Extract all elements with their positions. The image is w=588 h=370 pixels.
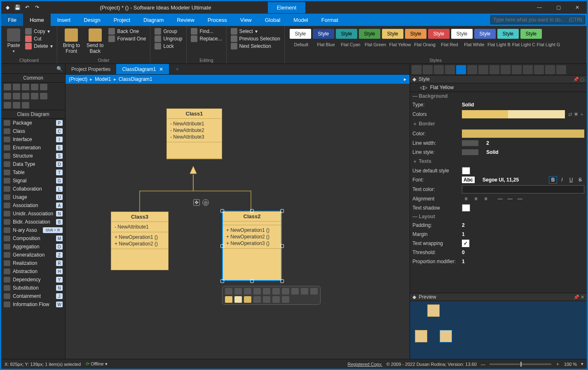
menu-insert[interactable]: Insert	[51, 14, 77, 26]
maximize-button[interactable]: ▢	[549, 1, 568, 14]
category-header[interactable]: Class Diagram	[1, 110, 65, 119]
tell-me-search[interactable]	[490, 15, 585, 24]
close-button[interactable]: ✕	[568, 1, 587, 14]
toolbox-item-information-flow[interactable]: Information FlowW	[1, 300, 65, 309]
toolbox-item-association[interactable]: AssociationA	[1, 201, 65, 210]
resize-handle[interactable]	[280, 244, 284, 248]
menu-review[interactable]: Review	[170, 14, 201, 26]
align-center-icon[interactable]: ≡	[472, 195, 480, 203]
rotate-icon[interactable]: ◎	[202, 199, 209, 206]
new-tab-button[interactable]: ＋	[169, 64, 185, 74]
resize-handle[interactable]	[250, 209, 254, 213]
text-tool[interactable]	[40, 84, 47, 90]
zoom-slider[interactable]	[490, 363, 551, 365]
toolbox-item-data-type[interactable]: Data TypeD	[1, 160, 65, 168]
toolbox-item-package[interactable]: PackageP	[1, 119, 65, 127]
breadcrumb[interactable]: (Project)▸ Model1▸ ClassDiagram1 ▸	[66, 75, 410, 84]
menu-model[interactable]: Model	[287, 14, 314, 26]
menu-view[interactable]: View	[234, 14, 258, 26]
strike-button[interactable]: S	[576, 176, 584, 184]
resize-handle[interactable]	[220, 244, 224, 248]
select-button[interactable]: Select ▾	[231, 28, 280, 35]
toolbox-item-n-ary-asso[interactable]: N-ary AssoShift + R	[1, 226, 65, 234]
next-selection-button[interactable]: Next Selection	[231, 42, 280, 50]
section-layout[interactable]: — Layout	[410, 212, 587, 221]
bold-button[interactable]: B	[549, 176, 557, 184]
style-swatch-default[interactable]: Style	[290, 29, 311, 39]
menu-design[interactable]: Design	[77, 14, 107, 26]
toolbox-item-abstraction[interactable]: AbstractionH	[1, 267, 65, 276]
toolbox-item-enumeration[interactable]: EnumerationE	[1, 144, 65, 152]
registered-link[interactable]: Registered Copy.	[348, 362, 382, 367]
colors-bar[interactable]	[462, 110, 565, 118]
menu-format[interactable]: Format	[315, 14, 345, 26]
style-swatch-flat-light-b[interactable]: Style	[474, 29, 496, 39]
menu-project[interactable]: Project	[107, 14, 137, 26]
toolbox-item-structure[interactable]: StructureS	[1, 152, 65, 160]
wrapping-checkbox[interactable]: ✓	[462, 240, 469, 247]
style-swatch-flat-cyan[interactable]: Style	[336, 29, 357, 39]
section-background[interactable]: — Background	[410, 92, 587, 100]
back-one-button[interactable]: Back One	[108, 28, 146, 35]
resize-handle[interactable]	[220, 209, 224, 213]
style-swatch-flat-yellow[interactable]: Style	[382, 29, 403, 39]
close-tab-icon[interactable]: ✕	[159, 66, 163, 72]
prev-selection-button[interactable]: Previous Selection	[231, 35, 280, 42]
underline-button[interactable]: U	[567, 176, 575, 184]
ungroup-button[interactable]: Ungroup	[155, 35, 182, 42]
paste-button[interactable]: Paste▾	[5, 28, 22, 57]
text-color-picker[interactable]	[462, 185, 584, 193]
pin-icon[interactable]: 📌 ▢	[573, 77, 584, 82]
style-swatch-flat-light-c[interactable]: Style	[497, 29, 519, 39]
context-tab-element[interactable]: Element	[268, 2, 306, 13]
align-left-icon[interactable]: ≡	[462, 195, 470, 203]
toolbox-item-composition[interactable]: CompositionM	[1, 234, 65, 243]
rect-tool[interactable]	[31, 84, 38, 90]
tab-project-properties[interactable]: Project Properties	[66, 64, 116, 74]
class-box-class2[interactable]: Class2 + NewOperation1 ()+ NewOperation2…	[222, 211, 282, 281]
hand-tool[interactable]	[13, 84, 20, 90]
menu-process[interactable]: Process	[201, 14, 234, 26]
toolbox-item-table[interactable]: TableT	[1, 168, 65, 177]
align-right-icon[interactable]: ≡	[482, 195, 490, 203]
forward-one-button[interactable]: Forward One	[108, 35, 146, 42]
style-swatch-flat-green[interactable]: Style	[359, 29, 380, 39]
bring-to-front-button[interactable]: Bring to Front	[61, 28, 82, 57]
toolbox-item-unidir-association[interactable]: Unidir. AssociationN	[1, 210, 65, 218]
toolbox-item-signal[interactable]: SignalG	[1, 177, 65, 185]
common-header[interactable]: Common	[1, 74, 65, 82]
pin-icon[interactable]: 📌 ✕	[574, 295, 584, 300]
cut-button[interactable]: Cut	[25, 35, 53, 42]
menu-file[interactable]: File	[1, 14, 23, 26]
toolbox-item-substitution[interactable]: SubstitutionN	[1, 284, 65, 292]
undo-icon[interactable]: ↶	[23, 4, 31, 11]
toolbox-item-aggregation[interactable]: AggregationO	[1, 243, 65, 251]
find-button[interactable]: Find...	[191, 28, 222, 35]
group-button[interactable]: Group	[155, 28, 182, 35]
delete-button[interactable]: Delete ▾	[25, 42, 53, 50]
menu-home[interactable]: Home	[23, 14, 51, 26]
copy-button[interactable]: Copy ▾	[25, 28, 53, 35]
toolbox-item-dependency[interactable]: DependencyY	[1, 276, 65, 284]
toolbox-item-interface[interactable]: InterfaceI	[1, 135, 65, 144]
preview-canvas[interactable]	[410, 301, 587, 359]
resize-handle[interactable]	[280, 279, 284, 283]
style-gallery[interactable]: StyleStyleStyleStyleStyleStyleStyleStyle…	[289, 28, 582, 39]
save-icon[interactable]: 💾	[14, 4, 21, 11]
class-box-class3[interactable]: Class3 - NewAttribute1 + NewOperation1 (…	[111, 212, 169, 270]
move-icon[interactable]: ✥	[193, 199, 200, 206]
toolbox-item-class[interactable]: ClassC	[1, 127, 65, 135]
zoom-in-button[interactable]: ＋	[555, 361, 560, 367]
use-default-checkbox[interactable]	[462, 167, 470, 174]
section-texts[interactable]: ＋ Texts	[410, 157, 587, 166]
menu-global[interactable]: Global	[258, 14, 287, 26]
style-swatch-flat-red[interactable]: Style	[428, 29, 450, 39]
style-swatch-flat-blue[interactable]: Style	[313, 29, 334, 39]
toolbox-item-bidir-association[interactable]: Bidir. AssociationB	[1, 218, 65, 226]
minimize-button[interactable]: —	[530, 1, 549, 14]
zoom-level[interactable]: 100 %	[564, 362, 577, 367]
style-swatch-flat-white[interactable]: Style	[451, 29, 473, 39]
resize-handle[interactable]	[250, 279, 254, 283]
toolbox-item-containment[interactable]: ContainmentJ	[1, 292, 65, 300]
menu-diagram[interactable]: Diagram	[137, 14, 170, 26]
